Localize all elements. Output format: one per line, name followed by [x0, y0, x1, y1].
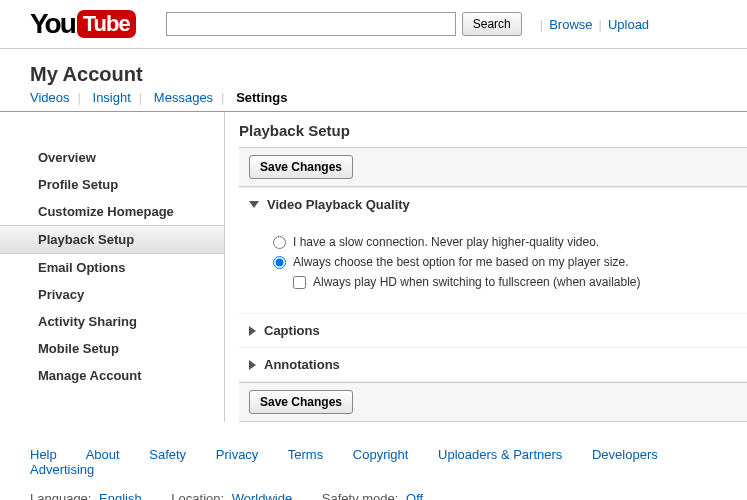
chevron-right-icon [249, 360, 256, 370]
upload-link[interactable]: Upload [608, 17, 649, 32]
chevron-right-icon [249, 326, 256, 336]
sidebar-item-profile-setup[interactable]: Profile Setup [0, 171, 224, 198]
footer-link-help[interactable]: Help [30, 447, 57, 462]
footer-link-copyright[interactable]: Copyright [353, 447, 409, 462]
browse-link[interactable]: Browse [549, 17, 592, 32]
account-tabs: Videos| Insight| Messages| Settings [0, 90, 747, 112]
radio-label: Always choose the best option for me bas… [293, 255, 629, 269]
radio-slow-connection[interactable] [273, 236, 286, 249]
sidebar-item-email-options[interactable]: Email Options [0, 254, 224, 281]
search-input[interactable] [166, 12, 456, 36]
sidebar-item-overview[interactable]: Overview [0, 144, 224, 171]
accordion-annotations[interactable]: Annotations [239, 347, 747, 382]
accordion-video-playback-quality[interactable]: Video Playback Quality [239, 187, 747, 221]
footer-link-advertising[interactable]: Advertising [30, 462, 94, 477]
location-label: Location: [171, 491, 224, 500]
accordion-title: Captions [264, 323, 320, 338]
footer-link-terms[interactable]: Terms [288, 447, 323, 462]
safety-value[interactable]: Off [406, 491, 423, 500]
save-changes-button-bottom[interactable]: Save Changes [249, 390, 353, 414]
language-label: Language: [30, 491, 91, 500]
sidebar-item-manage-account[interactable]: Manage Account [0, 362, 224, 389]
footer-link-developers[interactable]: Developers [592, 447, 658, 462]
footer-link-privacy[interactable]: Privacy [216, 447, 259, 462]
sidebar-item-privacy[interactable]: Privacy [0, 281, 224, 308]
tab-videos[interactable]: Videos [30, 90, 70, 105]
accordion-title: Annotations [264, 357, 340, 372]
tab-settings[interactable]: Settings [236, 90, 287, 105]
sidebar-item-activity-sharing[interactable]: Activity Sharing [0, 308, 224, 335]
logo-text-tube: Tube [77, 10, 136, 38]
divider: | [540, 17, 543, 32]
sidebar-item-mobile-setup[interactable]: Mobile Setup [0, 335, 224, 362]
sidebar-item-playback-setup[interactable]: Playback Setup [0, 225, 224, 254]
footer-link-about[interactable]: About [86, 447, 120, 462]
tab-messages[interactable]: Messages [154, 90, 213, 105]
accordion-captions[interactable]: Captions [239, 313, 747, 347]
radio-label: I have a slow connection. Never play hig… [293, 235, 599, 249]
footer-link-uploaders[interactable]: Uploaders & Partners [438, 447, 562, 462]
save-changes-button-top[interactable]: Save Changes [249, 155, 353, 179]
search-button[interactable]: Search [462, 12, 522, 36]
divider: | [599, 17, 602, 32]
youtube-logo[interactable]: You Tube [30, 8, 136, 40]
location-value[interactable]: Worldwide [232, 491, 292, 500]
section-title: Playback Setup [239, 112, 747, 147]
sidebar-item-customize-homepage[interactable]: Customize Homepage [0, 198, 224, 225]
chevron-down-icon [249, 201, 259, 208]
radio-auto-best[interactable] [273, 256, 286, 269]
tab-insight[interactable]: Insight [93, 90, 131, 105]
checkbox-always-hd-fullscreen[interactable] [293, 276, 306, 289]
footer-link-safety[interactable]: Safety [149, 447, 186, 462]
safety-label: Safety mode: [322, 491, 399, 500]
footer-links: Help About Safety Privacy Terms Copyrigh… [30, 447, 717, 477]
accordion-title: Video Playback Quality [267, 197, 410, 212]
language-value[interactable]: English [99, 491, 142, 500]
logo-text-you: You [30, 8, 75, 40]
settings-sidebar: Overview Profile Setup Customize Homepag… [0, 112, 225, 422]
page-title: My Account [0, 49, 747, 90]
checkbox-label: Always play HD when switching to fullscr… [313, 275, 640, 289]
quality-options: I have a slow connection. Never play hig… [239, 221, 747, 313]
